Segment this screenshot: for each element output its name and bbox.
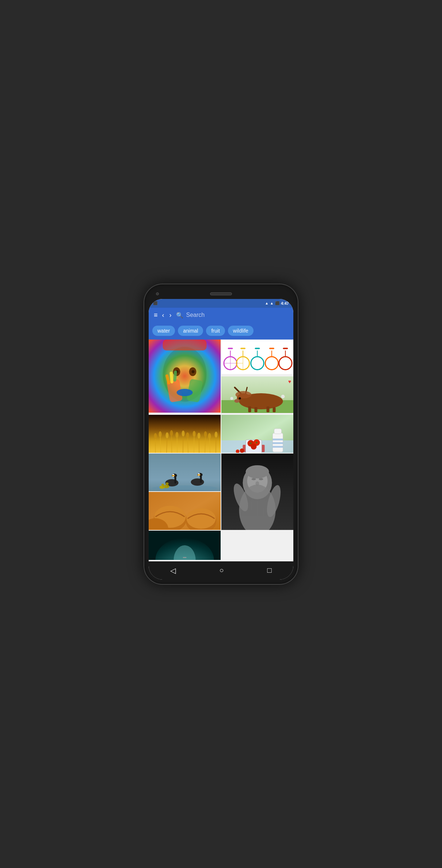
- highland-cow-image: [221, 376, 293, 413]
- status-bar: ⬛ ▲ ▲ ⬛ 4:47: [149, 299, 293, 308]
- svg-point-5: [192, 370, 195, 373]
- tag-fruit[interactable]: fruit: [206, 326, 225, 336]
- tag-animal[interactable]: animal: [178, 326, 203, 336]
- svg-rect-87: [274, 429, 282, 434]
- svg-point-65: [193, 431, 196, 437]
- svg-rect-22: [255, 348, 260, 349]
- colorful-face-image: [149, 340, 221, 413]
- svg-rect-95: [175, 476, 176, 484]
- menu-icon[interactable]: ≡: [154, 312, 158, 318]
- camera-dot: [156, 292, 159, 295]
- svg-point-113: [252, 478, 256, 480]
- statue-image: [221, 454, 293, 530]
- svg-point-114: [259, 478, 263, 480]
- phone-frame: ⬛ ▲ ▲ ⬛ 4:47 ≡ ‹ › 🔍 water animal fruit …: [144, 284, 298, 584]
- image-item-colorful-face[interactable]: [149, 340, 221, 414]
- golden-field-image: [149, 415, 221, 453]
- bottom-nav: ◁ ○ □: [149, 561, 293, 580]
- svg-rect-12: [163, 340, 207, 350]
- back-nav-button[interactable]: ‹: [161, 311, 165, 319]
- svg-rect-89: [273, 442, 283, 444]
- svg-point-127: [187, 508, 216, 529]
- svg-rect-40: [255, 407, 258, 412]
- svg-point-61: [182, 431, 185, 436]
- svg-point-71: [208, 433, 211, 439]
- search-input[interactable]: [186, 312, 288, 318]
- svg-line-58: [177, 436, 178, 453]
- svg-point-69: [204, 431, 207, 437]
- image-item-golden-field[interactable]: [149, 415, 221, 453]
- svg-line-60: [183, 434, 183, 453]
- search-icon: 🔍: [176, 312, 183, 319]
- svg-point-11: [177, 389, 193, 396]
- home-button[interactable]: ○: [219, 566, 224, 575]
- search-bar: 🔍: [176, 312, 288, 319]
- teal-light-image: [149, 531, 221, 560]
- svg-line-72: [216, 435, 216, 453]
- tag-water[interactable]: water: [152, 326, 175, 336]
- status-bar-right: ▲ ▲ ⬛ 4:47: [265, 301, 289, 306]
- svg-point-47: [239, 397, 241, 399]
- svg-point-63: [186, 432, 189, 438]
- svg-point-51: [154, 433, 157, 439]
- bread-image: [149, 492, 221, 530]
- image-item-tomatoes[interactable]: [221, 415, 293, 453]
- svg-rect-28: [283, 348, 288, 349]
- svg-point-55: [166, 432, 169, 438]
- svg-rect-98: [172, 475, 175, 476]
- svg-rect-88: [273, 439, 283, 440]
- svg-point-101: [166, 482, 169, 485]
- svg-rect-41: [267, 406, 270, 412]
- svg-point-83: [256, 442, 258, 443]
- forward-nav-button[interactable]: ›: [169, 311, 172, 319]
- speaker: [210, 292, 232, 295]
- battery-icon: ⬛: [275, 301, 279, 305]
- status-time: 4:47: [281, 301, 289, 306]
- image-item-bread[interactable]: [149, 492, 221, 530]
- wifi-icon: ▲: [265, 301, 268, 305]
- svg-rect-106: [200, 475, 202, 483]
- svg-point-48: [235, 399, 240, 403]
- back-button[interactable]: ◁: [170, 566, 176, 575]
- svg-rect-16: [228, 348, 233, 349]
- svg-point-46: [236, 391, 252, 398]
- image-item-geese[interactable]: [149, 454, 221, 492]
- image-item-highland-cow[interactable]: ♥: [221, 376, 293, 414]
- signal-icon: ▲: [270, 301, 274, 305]
- image-item-teal-light[interactable]: [149, 531, 221, 561]
- svg-point-105: [191, 478, 204, 486]
- svg-point-82: [250, 443, 252, 444]
- svg-point-81: [251, 444, 257, 450]
- tags-bar: water animal fruit wildlife: [149, 323, 293, 340]
- svg-point-59: [176, 432, 179, 438]
- unicycles-image: [221, 340, 293, 374]
- svg-rect-90: [273, 446, 283, 448]
- android-icon: ⬛: [153, 301, 157, 305]
- svg-point-73: [215, 432, 218, 437]
- svg-point-116: [246, 465, 269, 478]
- svg-point-67: [198, 433, 201, 439]
- recent-apps-button[interactable]: □: [267, 566, 271, 575]
- svg-rect-133: [183, 557, 187, 558]
- svg-rect-19: [240, 348, 245, 349]
- svg-rect-39: [248, 406, 251, 412]
- svg-point-35: [230, 397, 233, 400]
- svg-rect-25: [269, 348, 274, 349]
- svg-rect-109: [198, 474, 201, 475]
- phone-screen: ⬛ ▲ ▲ ⬛ 4:47 ≡ ‹ › 🔍 water animal fruit …: [149, 299, 293, 580]
- tag-wildlife[interactable]: wildlife: [228, 326, 254, 336]
- svg-rect-42: [273, 407, 276, 412]
- svg-point-84: [240, 448, 244, 453]
- svg-point-57: [170, 430, 173, 436]
- tomatoes-image: [221, 415, 293, 453]
- favorite-icon[interactable]: ♥: [288, 379, 291, 384]
- app-bar: ≡ ‹ › 🔍: [149, 308, 293, 323]
- svg-line-66: [199, 436, 199, 453]
- image-item-statue[interactable]: [221, 454, 293, 530]
- phone-top-bar: [149, 289, 293, 299]
- image-item-unicycles[interactable]: [221, 340, 293, 376]
- geese-image: [149, 454, 221, 492]
- svg-line-56: [172, 434, 172, 453]
- svg-point-36: [281, 395, 285, 398]
- svg-point-104: [161, 484, 164, 485]
